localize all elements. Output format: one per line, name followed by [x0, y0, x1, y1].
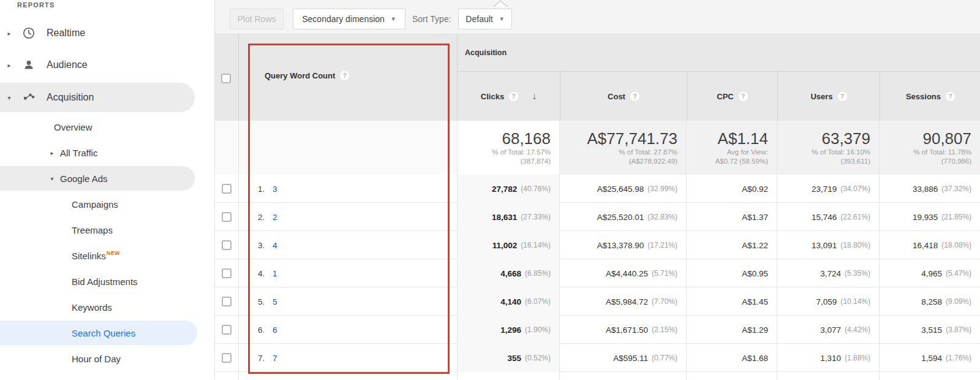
cost-value: A$25,645.98 [597, 184, 644, 194]
clicks-value: 11,002 [492, 241, 518, 250]
column-label: Users [810, 92, 832, 101]
sort-type-dropdown[interactable]: Default ▼ [458, 9, 512, 29]
sort-type-value: Default [466, 14, 492, 24]
column-header-cost[interactable]: Cost ? [560, 72, 687, 121]
row-checkbox-cell [215, 175, 239, 203]
sessions-percent: (5.47%) [946, 269, 971, 278]
word-count-link[interactable]: 7 [273, 354, 277, 363]
word-count-link[interactable]: 4 [273, 241, 277, 250]
users-percent: (4.42%) [845, 325, 870, 334]
row-checkbox[interactable] [222, 240, 232, 250]
column-header-sessions[interactable]: Sessions ? [880, 72, 980, 121]
row-checkbox[interactable] [222, 184, 232, 194]
row-checkbox[interactable] [222, 353, 232, 363]
sidebar-item-search-queries[interactable]: Search Queries [0, 321, 197, 345]
clicks-percent: (6.85%) [525, 269, 551, 278]
sidebar-item-google-ads[interactable]: ▾ Google Ads [0, 166, 195, 191]
chevron-down-icon[interactable]: ▾ [5, 94, 13, 101]
secondary-dimension-dropdown[interactable]: Secondary dimension ▼ [293, 9, 405, 29]
cost-percent: (17.21%) [647, 241, 677, 249]
sidebar-item-audience[interactable]: ▸ Audience [0, 53, 88, 77]
word-count-link[interactable]: 1 [273, 269, 277, 278]
dimension-header-cell: Query Word Count ? [239, 34, 458, 121]
column-header-cpc[interactable]: CPC ? [687, 72, 777, 121]
cpc-cell: A$1.22 [687, 231, 777, 259]
word-count-link[interactable]: 6 [273, 325, 277, 335]
row-dimension-cell: 3. 4 [239, 231, 458, 259]
column-label: Cost [608, 92, 625, 101]
clicks-cell: 355 (0.52%) [458, 344, 560, 372]
users-value: 3,724 [820, 269, 841, 278]
users-value: 1,310 [820, 354, 841, 363]
sessions-value: 4,965 [921, 269, 942, 278]
sessions-value: 33,886 [913, 184, 938, 194]
plot-rows-button[interactable]: Plot Rows [230, 9, 284, 29]
sidebar-item-bid-adjustments[interactable]: Bid Adjustments [0, 269, 138, 294]
sessions-value: 16,418 [913, 241, 938, 250]
chevron-right-icon[interactable]: ▸ [48, 150, 56, 156]
cost-percent: (5.71%) [652, 269, 677, 278]
sidebar-item-realtime[interactable]: ▸ Realtime [0, 21, 85, 45]
word-count-link[interactable]: 2 [273, 213, 277, 222]
group-header-label: Acquisition [458, 48, 507, 57]
sidebar-item-keywords[interactable]: Keywords [0, 295, 112, 319]
help-icon[interactable]: ? [739, 92, 748, 101]
sessions-value: 1,594 [921, 354, 942, 363]
row-rank: 2. [258, 213, 273, 222]
row-checkbox[interactable] [222, 325, 232, 335]
sidebar-item-acquisition[interactable]: ▾ Acquisition [0, 83, 195, 112]
sidebar-item-label: Sitelinks [72, 251, 106, 261]
sidebar-item-sitelinks[interactable]: Sitelinks NEW [0, 243, 120, 268]
row-checkbox[interactable] [222, 268, 232, 278]
total-sub: % of Total: 11.78% [913, 148, 971, 157]
column-label: Clicks [481, 92, 504, 101]
sort-descending-icon[interactable]: ↓ [532, 91, 537, 102]
chevron-right-icon[interactable]: ▸ [5, 62, 13, 69]
sidebar-item-label: Bid Adjustments [72, 276, 138, 287]
users-percent: (5.35%) [845, 269, 870, 278]
sidebar-item-all-traffic[interactable]: ▸ All Traffic [0, 140, 97, 165]
users-cell: 3,077 (4.42%) [777, 316, 880, 344]
column-header-users[interactable]: Users ? [777, 72, 880, 121]
dropdown-caret-icon: ▼ [499, 16, 505, 22]
sidebar-item-overview[interactable]: Overview [0, 115, 92, 139]
row-dimension-cell: 7. 7 [239, 344, 458, 372]
row-rank: 3. [258, 241, 273, 250]
word-count-link[interactable]: 5 [273, 297, 277, 306]
sidebar-item-campaigns[interactable]: Campaigns [0, 192, 118, 216]
help-icon[interactable]: ? [946, 92, 955, 101]
sidebar-item-hour-of-day[interactable]: Hour of Day [0, 346, 121, 371]
help-icon[interactable]: ? [838, 92, 847, 101]
clicks-value: 355 [507, 354, 521, 363]
row-dimension-cell: 5. 5 [239, 287, 458, 316]
sidebar-item-label: All Traffic [60, 148, 97, 158]
users-value: 7,059 [816, 297, 837, 306]
sidebar-item-label: Realtime [47, 28, 85, 39]
sessions-cell: 19,935 (21.95%) [880, 203, 980, 231]
row-checkbox-cell [215, 287, 239, 316]
help-icon[interactable]: ? [509, 92, 518, 101]
help-icon[interactable]: ? [630, 92, 639, 101]
cost-cell: A$4,440.25 (5.71%) [560, 259, 687, 287]
totals-users: 63,379 % of Total: 16.10% (393,611) [777, 121, 880, 175]
row-checkbox[interactable] [222, 212, 232, 222]
cpc-cell: A$1.29 [687, 316, 777, 344]
select-all-checkbox[interactable] [221, 74, 231, 83]
clicks-percent: (40.76%) [521, 184, 551, 193]
table-toolbar: Plot Rows Secondary dimension ▼ Sort Typ… [215, 0, 980, 34]
table-body: 1. 3 27,782 (40.76%) A$25,645.98 (32.99%… [215, 175, 980, 380]
help-icon[interactable]: ? [340, 71, 349, 80]
chevron-right-icon[interactable]: ▸ [5, 30, 13, 37]
row-checkbox[interactable] [222, 297, 232, 306]
dimension-header-label[interactable]: Query Word Count [265, 71, 335, 80]
column-header-clicks[interactable]: Clicks ? ↓ [458, 72, 560, 121]
cpc-cell: A$1.37 [687, 203, 777, 231]
sort-type-label: Sort Type: [412, 9, 451, 29]
sidebar-item-treemaps[interactable]: Treemaps [0, 218, 113, 242]
table-row: 3. 4 11,002 (16.14%) A$13,378.90 (17.21%… [215, 231, 980, 259]
totals-clicks: 68,168 % of Total: 17.57% (387,874) [458, 121, 560, 175]
clicks-value: 18,631 [492, 213, 517, 222]
totals-cost: A$77,741.73 % of Total: 27.87% (A$278,92… [560, 121, 687, 175]
word-count-link[interactable]: 3 [273, 184, 277, 194]
chevron-down-icon[interactable]: ▾ [48, 175, 56, 182]
